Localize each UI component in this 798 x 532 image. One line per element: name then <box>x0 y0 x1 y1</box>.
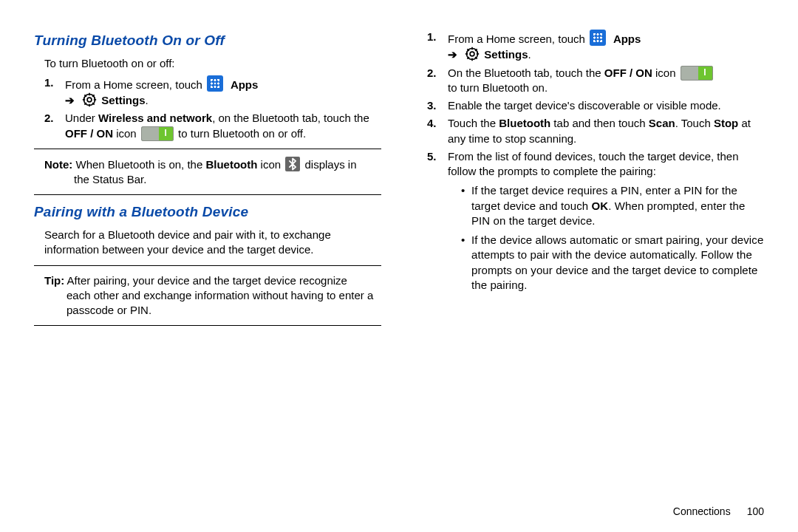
footer-section: Connections <box>673 505 731 517</box>
list-item: If the target device requires a PIN, ent… <box>461 183 764 228</box>
bold: Stop <box>714 117 738 129</box>
step-number: 5. <box>427 149 437 164</box>
divider <box>34 149 381 149</box>
note-text: displays in <box>304 158 356 171</box>
note-text: icon <box>257 158 284 171</box>
step-text: to turn Bluetooth on. <box>448 81 548 94</box>
step-number: 2. <box>44 111 54 126</box>
svg-point-1 <box>87 98 92 102</box>
divider <box>34 325 381 326</box>
tip-text: each other and exchange information with… <box>66 288 381 318</box>
left-column: Turning Bluetooth On or Off To turn Blue… <box>34 27 381 333</box>
switch-on-icon <box>681 66 713 81</box>
page-footer: Connections100 <box>673 505 764 519</box>
sub-bullets: If the target device requires a PIN, ent… <box>461 183 764 293</box>
note-text: When Bluetooth is on, the <box>72 158 205 171</box>
note: Note: When Bluetooth is on, the Bluetoot… <box>44 157 381 188</box>
bold: Wireless and network <box>98 112 212 124</box>
switch-on-icon <box>141 126 174 141</box>
note-text: the Status Bar. <box>74 172 381 187</box>
bold: OFF / ON <box>65 127 113 140</box>
bold: Bluetooth <box>205 158 257 171</box>
step-number: 4. <box>427 116 437 131</box>
settings-icon <box>465 47 480 61</box>
bold: OK <box>592 200 609 212</box>
pairing-intro: Search for a Bluetooth device and pair w… <box>44 228 381 258</box>
bullet-text: If the device allows automatic or smart … <box>471 233 763 291</box>
step-text: icon <box>113 127 140 140</box>
footer-page: 100 <box>747 505 764 517</box>
apps-label: Apps <box>228 78 258 91</box>
step-text: Under <box>65 112 98 124</box>
tip-label: Tip: <box>44 274 64 287</box>
step-text: , on the Bluetooth tab, touch the <box>212 112 369 124</box>
step-number: 3. <box>427 98 437 113</box>
heading-turning-bluetooth: Turning Bluetooth On or Off <box>34 31 381 50</box>
bold: Bluetooth <box>499 117 550 129</box>
tip: Tip: After pairing, your device and the … <box>44 273 381 318</box>
settings-icon <box>82 92 97 107</box>
apps-icon <box>590 30 606 46</box>
step-text: icon <box>652 66 679 79</box>
apps-icon <box>207 75 223 92</box>
step-text: Enable the target device's discoverable … <box>448 99 721 112</box>
step-text: Touch the <box>448 117 499 129</box>
right-steps: 1. From a Home screen, touch Apps ➔ Sett… <box>427 30 764 293</box>
step-text: From a Home screen, touch <box>448 33 588 45</box>
settings-label: Settings <box>101 94 145 106</box>
step-text: From a Home screen, touch <box>65 78 205 91</box>
step-number: 1. <box>427 30 437 44</box>
intro-text: To turn Bluetooth on or off: <box>44 56 381 71</box>
heading-pairing: Pairing with a Bluetooth Device <box>34 202 381 222</box>
note-label: Note: <box>44 158 72 171</box>
bold: OFF / ON <box>604 66 652 79</box>
list-item: If the device allows automatic or smart … <box>461 233 764 293</box>
step-text: to turn Bluetooth on or off. <box>178 127 306 140</box>
step-number: 2. <box>427 66 437 81</box>
step-text: From the list of found devices, touch th… <box>448 150 739 177</box>
svg-point-11 <box>470 52 474 56</box>
divider <box>34 265 381 266</box>
bluetooth-icon <box>285 157 300 171</box>
arrow-icon: ➔ <box>65 94 75 106</box>
period: . <box>528 48 531 61</box>
arrow-icon: ➔ <box>448 48 457 61</box>
period: . <box>146 94 149 106</box>
step-text: tab and then touch <box>550 117 649 129</box>
step-text: . Touch <box>675 117 714 129</box>
settings-label: Settings <box>484 48 528 61</box>
apps-label: Apps <box>610 33 641 45</box>
right-column: 1. From a Home screen, touch Apps ➔ Sett… <box>417 27 764 333</box>
divider <box>34 194 381 195</box>
bold: Scan <box>649 117 675 129</box>
step-text: On the Bluetooth tab, touch the <box>448 66 604 79</box>
tip-text: After pairing, your device and the targe… <box>64 274 347 287</box>
step-number: 1. <box>44 75 54 90</box>
left-steps: 1. From a Home screen, touch Apps ➔ Sett… <box>44 75 381 141</box>
